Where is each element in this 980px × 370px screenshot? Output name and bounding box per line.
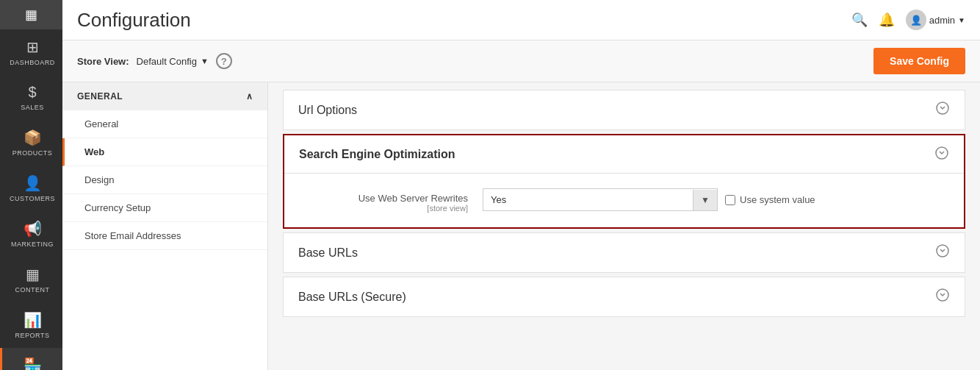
help-icon[interactable]: ? [216,53,232,69]
nav-item-currency[interactable]: Currency Setup [62,194,267,222]
seo-toggle-icon [934,146,949,163]
reports-icon: 📊 [24,311,42,329]
base-urls-toggle-icon [935,243,950,262]
admin-menu[interactable]: 👤 admin ▼ [906,10,965,30]
dashboard-icon: ⊞ [26,38,39,56]
base-urls-title: Base URLs [298,246,358,260]
url-options-title: Url Options [298,104,357,117]
nav-section-general[interactable]: GENERAL ∧ [62,82,267,110]
right-panel: Url Options Search Engine Optimization [268,82,980,370]
content-icon: ▦ [26,266,40,283]
web-server-rewrites-select[interactable]: Yes No [483,189,693,210]
store-bar: Store View: Default Config ▼ ? Save Conf… [62,40,980,82]
base-urls-secure-toggle-icon [935,288,950,306]
use-system-value-label: Use system value [740,194,815,205]
admin-avatar: 👤 [906,10,926,30]
seo-header[interactable]: Search Engine Optimization [284,135,964,174]
sidebar-item-stores[interactable]: 🏪 STORES [0,348,62,370]
store-view-select[interactable]: Default Config ▼ [137,56,209,67]
base-urls-secure-header[interactable]: Base URLs (Secure) [284,277,965,316]
base-urls-secure-section: Base URLs (Secure) [283,277,965,317]
base-urls-secure-title: Base URLs (Secure) [298,291,406,304]
store-bar-left: Store View: Default Config ▼ ? [77,53,232,69]
main-area: Configuration 🔍 🔔 👤 admin ▼ Store View: … [62,0,980,370]
sidebar: ▦ ⊞ DASHBOARD $ SALES 📦 PRODUCTS 👤 CUSTO… [0,0,62,370]
url-options-toggle-icon [935,101,950,119]
marketing-icon: 📢 [24,220,42,238]
sidebar-item-marketing[interactable]: 📢 MARKETING [0,211,62,257]
url-options-header[interactable]: Url Options [284,90,965,129]
url-options-section: Url Options [283,90,965,130]
seo-content: Use Web Server Rewrites [store view] Yes… [284,174,964,227]
left-nav: GENERAL ∧ General Web Design Currency Se… [62,82,268,370]
store-view-arrow-icon: ▼ [201,57,209,65]
bell-icon[interactable]: 🔔 [879,12,895,28]
nav-item-general[interactable]: General [62,110,267,138]
seo-field-input: Yes No ▼ Use system value [483,188,815,211]
select-arrow-icon[interactable]: ▼ [693,190,717,210]
nav-item-web[interactable]: Web [62,138,267,166]
content-area: GENERAL ∧ General Web Design Currency Se… [62,82,980,370]
products-icon: 📦 [24,129,42,146]
customers-icon: 👤 [24,174,42,192]
header-actions: 🔍 🔔 👤 admin ▼ [851,10,965,30]
seo-section: Search Engine Optimization Use Web Serve… [283,134,965,229]
nav-section-arrow-icon: ∧ [246,91,253,102]
top-header: Configuration 🔍 🔔 👤 admin ▼ [62,0,980,40]
logo-icon: ▦ [25,7,37,23]
nav-item-email[interactable]: Store Email Addresses [62,222,267,250]
search-icon[interactable]: 🔍 [851,12,868,28]
page-title: Configuration [77,9,191,32]
admin-arrow-icon: ▼ [958,16,965,24]
sidebar-item-sales[interactable]: $ SALES [0,75,62,120]
sidebar-item-content[interactable]: ▦ CONTENT [0,257,62,302]
sidebar-item-reports[interactable]: 📊 REPORTS [0,302,62,348]
sidebar-logo: ▦ [0,0,62,29]
web-server-rewrites-select-wrapper: Yes No ▼ [483,188,718,211]
save-config-button[interactable]: Save Config [873,48,965,74]
nav-item-design[interactable]: Design [62,166,267,194]
sales-icon: $ [28,84,36,101]
store-view-label: Store View: [77,56,129,67]
use-system-value-group: Use system value [725,194,815,205]
seo-field-row: Use Web Server Rewrites [store view] Yes… [306,188,942,213]
seo-field-label: Use Web Server Rewrites [store view] [306,188,468,213]
stores-icon: 🏪 [24,357,42,370]
seo-title: Search Engine Optimization [299,148,455,161]
base-urls-section: Base URLs [283,232,965,273]
sidebar-item-customers[interactable]: 👤 CUSTOMERS [0,166,62,211]
use-system-value-checkbox[interactable] [725,195,735,205]
base-urls-header[interactable]: Base URLs [284,233,965,272]
sidebar-item-products[interactable]: 📦 PRODUCTS [0,120,62,166]
sidebar-item-dashboard[interactable]: ⊞ DASHBOARD [0,29,62,75]
